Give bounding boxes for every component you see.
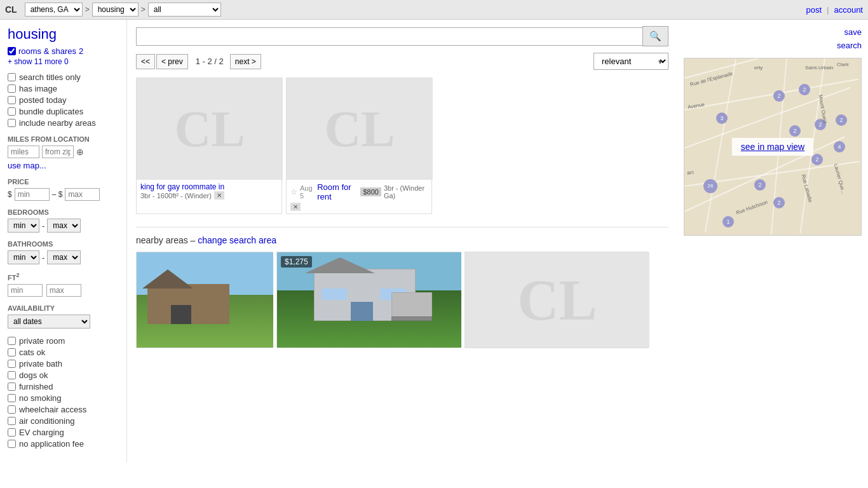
bathrooms-min-select[interactable]: min11.522.5 [8,250,39,264]
bathrooms-max-select[interactable]: max11.522.5 [47,250,81,264]
listing-1-info: king for gay roommate in 3br - 1600ft² -… [137,180,281,202]
category-rooms-shares-link[interactable]: rooms & shares [18,46,76,56]
filter-posted-today[interactable]: posted today [8,95,119,105]
ft2-label: FT2 [8,272,119,281]
change-search-area-link[interactable]: change search area [198,235,276,245]
map-view-label[interactable]: see in map view [732,138,813,156]
filter-private-room[interactable]: private room [8,336,119,346]
prev-page-button[interactable]: < prev [156,54,188,69]
category-rooms-shares[interactable]: rooms & shares 2 [8,46,119,56]
filter-has-image[interactable]: has image [8,84,119,93]
has-image-checkbox[interactable] [8,85,16,93]
arrow-1: > [85,5,90,14]
filter-group-bedrooms: BEDROOMS min01234 - max12345+ [8,208,119,233]
cats-ok-checkbox[interactable] [8,348,16,356]
search-button[interactable]: 🔍 [642,26,668,46]
availability-select[interactable]: all datestodaythis weekthis month [8,315,90,329]
category-select[interactable]: housing [92,3,139,17]
miles-input[interactable] [8,146,39,158]
private-bath-checkbox[interactable] [8,360,16,368]
bathrooms-label: BATHROOMS [8,240,119,248]
filter-group-availability: AVAILABILITY all datestodaythis weekthis… [8,304,119,329]
show-more-link[interactable]: + show 11 more 0 [8,57,119,66]
map-text-7: Laurier Que... [833,163,846,194]
search-titles-checkbox[interactable] [8,73,16,81]
filter-bundle-duplicates[interactable]: bundle duplicates [8,107,119,116]
sort-select[interactable]: relevantnewestprice ascprice desc [593,53,668,70]
account-link[interactable]: account [834,5,863,15]
ft2-min-input[interactable] [8,284,43,297]
no-smoking-checkbox[interactable] [8,394,16,402]
filter-wheelchair-access[interactable]: wheelchair access [8,405,119,414]
furnished-checkbox[interactable] [8,383,16,391]
ft2-max-input[interactable] [46,284,81,297]
listing-1-title[interactable]: king for gay roommate in [140,182,224,191]
has-image-label: has image [19,84,57,93]
save-search-line1: save [684,26,862,39]
nearby-card-3[interactable]: CL [465,252,649,348]
first-page-button[interactable]: << [136,54,155,69]
nearby-card-2[interactable]: $1,275 [276,252,461,348]
filter-no-app-fee[interactable]: no application fee [8,439,119,449]
star-icon-2[interactable]: ☆ [290,187,297,196]
listing-2-remove[interactable]: ✕ [290,203,301,211]
filter-private-bath[interactable]: private bath [8,359,119,369]
listing-card-2[interactable]: CL ☆ Aug 5 Room for rent $800 3br - (Win… [286,78,432,214]
price-max-input[interactable] [65,188,100,201]
save-search[interactable]: save search [684,26,862,53]
listings-grid: CL king for gay roommate in 3br - 1600ft… [136,78,668,214]
listing-2-title[interactable]: Room for rent [317,182,358,201]
map-text-6: Rue Labadie [800,173,813,203]
nearby-label: nearby areas [136,235,188,245]
map-container[interactable]: 2 2 3 2 2 2 4 2 26 2 2 1 Rue de l'Esplan… [684,58,862,236]
subcategory-select[interactable]: all apts / housing rooms & shares [148,3,221,17]
nearby-dash: – [191,235,198,245]
private-room-checkbox[interactable] [8,337,16,345]
category-rooms-shares-checkbox[interactable] [8,47,16,55]
post-link[interactable]: post [806,5,822,15]
sort-wrapper: relevantnewestprice ascprice desc [593,53,668,70]
filter-cats-ok[interactable]: cats ok [8,348,119,357]
dogs-ok-checkbox[interactable] [8,371,16,379]
nearby-1-door [171,305,191,324]
air-conditioning-checkbox[interactable] [8,417,16,425]
zip-input[interactable] [42,146,74,158]
bedrooms-min-select[interactable]: min01234 [8,219,39,233]
map-text-4: arc [686,169,694,175]
filter-furnished[interactable]: furnished [8,382,119,391]
location-select[interactable]: athens, GA atlanta, GA [25,3,83,17]
nearby-card-1[interactable] [136,252,273,348]
filter-group-bathrooms: BATHROOMS min11.522.5 - max11.522.5 [8,240,119,264]
nearby-3-image: CL [465,252,649,348]
search-input[interactable] [136,27,642,46]
page-title: housing [8,26,119,43]
air-conditioning-label: air conditioning [19,416,74,426]
listing-1-remove[interactable]: ✕ [214,191,224,200]
nearby-header: nearby areas – change search area [136,235,668,245]
next-page-button[interactable]: next > [230,54,261,69]
filter-ev-charging[interactable]: EV charging [8,428,119,437]
wheelchair-access-checkbox[interactable] [8,405,16,414]
price-min-input[interactable] [15,188,50,201]
target-icon[interactable]: ⊕ [76,147,84,157]
use-map-link[interactable]: use map... [8,161,46,170]
filter-search-titles[interactable]: search titles only [8,72,119,82]
map-text-10: Clark [837,62,849,67]
filter-group-ft2: FT2 [8,272,119,297]
wheelchair-access-label: wheelchair access [19,405,86,414]
filter-include-nearby[interactable]: include nearby areas [8,118,119,128]
nearby-section: nearby areas – change search area [136,227,668,348]
include-nearby-checkbox[interactable] [8,119,16,127]
filter-dogs-ok[interactable]: dogs ok [8,370,119,380]
listing-card-1[interactable]: CL king for gay roommate in 3br - 1600ft… [136,78,282,214]
posted-today-checkbox[interactable] [8,96,16,104]
ev-charging-checkbox[interactable] [8,428,16,437]
filter-air-conditioning[interactable]: air conditioning [8,416,119,426]
map-text-2: Avenue [687,101,705,110]
filter-no-smoking[interactable]: no smoking [8,393,119,403]
bundle-duplicates-checkbox[interactable] [8,107,16,116]
bedrooms-max-select[interactable]: max12345+ [47,219,81,233]
map-dot-1: 2 [773,90,785,102]
no-app-fee-checkbox[interactable] [8,440,16,448]
dogs-ok-label: dogs ok [19,370,48,380]
